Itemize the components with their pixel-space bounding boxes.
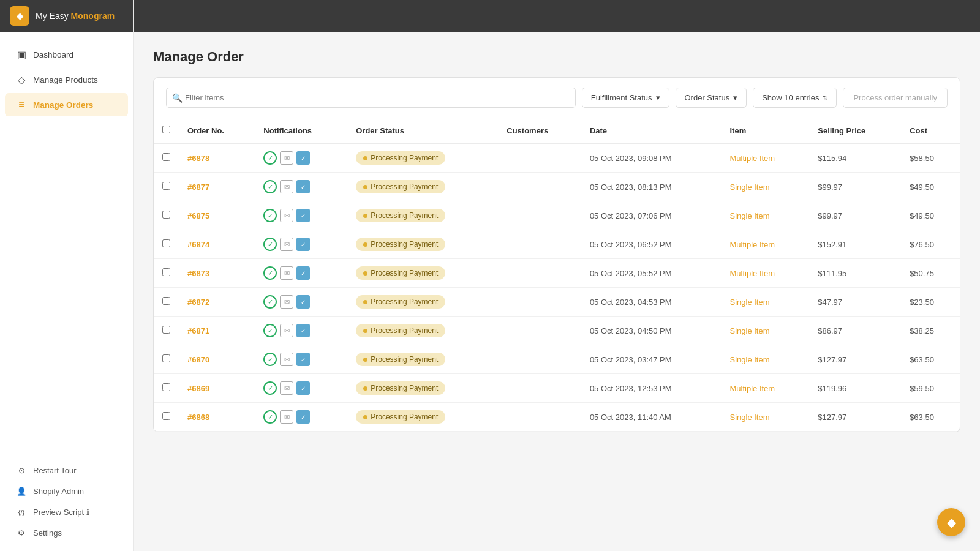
row-customers <box>498 259 581 288</box>
orders-table: Order No. Notifications Order Status Cus… <box>154 118 960 432</box>
manage-orders-icon: ≡ <box>16 99 27 110</box>
notification-tag-icon: ✓ <box>296 151 310 165</box>
order-no-link[interactable]: #6877 <box>187 182 209 192</box>
order-no-link[interactable]: #6869 <box>187 384 209 393</box>
order-no-link[interactable]: #6868 <box>187 413 209 422</box>
row-date: 05 Oct 2023, 11:40 AM <box>581 403 722 432</box>
item-link[interactable]: Single Item <box>729 182 769 192</box>
notification-mail-icon: ✉ <box>280 266 293 280</box>
status-text: Processing Payment <box>371 326 438 335</box>
row-select-checkbox[interactable] <box>162 153 170 161</box>
row-item: Single Item <box>721 345 809 374</box>
row-notifications: ✓ ✉ ✓ <box>255 201 347 230</box>
order-no-link[interactable]: #6873 <box>187 269 209 278</box>
notification-check-icon: ✓ <box>263 238 277 251</box>
row-select-checkbox[interactable] <box>162 326 170 334</box>
item-link[interactable]: Multiple Item <box>729 154 775 163</box>
row-cost: $38.25 <box>901 317 960 345</box>
item-link[interactable]: Single Item <box>729 355 769 364</box>
preview-script-icon: {/} <box>16 509 27 516</box>
sidebar-item-manage-orders-label: Manage Orders <box>33 100 93 110</box>
row-customers <box>498 173 581 201</box>
row-select-checkbox[interactable] <box>162 268 170 276</box>
notification-tag-icon: ✓ <box>296 266 310 280</box>
row-checkbox <box>154 201 179 230</box>
item-link[interactable]: Single Item <box>729 298 769 307</box>
sidebar-logo: ◆ My Easy Monogram <box>0 0 133 32</box>
row-select-checkbox[interactable] <box>162 297 170 305</box>
table-row: #6868 ✓ ✉ ✓ Processing Payment 05 Oct 20… <box>154 403 960 432</box>
search-input[interactable] <box>166 88 576 108</box>
row-date: 05 Oct 2023, 09:08 PM <box>581 143 722 173</box>
status-text: Processing Payment <box>371 384 438 392</box>
order-no-link[interactable]: #6878 <box>187 154 209 163</box>
order-no-link[interactable]: #6871 <box>187 326 209 335</box>
notification-tag-icon: ✓ <box>296 209 310 222</box>
header-selling-price: Selling Price <box>809 118 901 143</box>
row-cost: $76.50 <box>901 230 960 259</box>
process-order-button[interactable]: Process order manually <box>843 88 948 108</box>
item-link[interactable]: Single Item <box>729 413 769 422</box>
status-dot-icon <box>363 415 368 419</box>
row-notifications: ✓ ✉ ✓ <box>255 288 347 317</box>
notification-tag-icon: ✓ <box>296 410 310 424</box>
settings-label: Settings <box>33 528 62 538</box>
status-dot-icon <box>363 329 368 333</box>
status-badge: Processing Payment <box>356 151 445 165</box>
row-select-checkbox[interactable] <box>162 239 170 247</box>
row-selling-price: $47.97 <box>809 288 901 317</box>
show-entries-button[interactable]: Show 10 entries ⇅ <box>753 88 837 108</box>
status-dot-icon <box>363 214 368 218</box>
status-dot-icon <box>363 300 368 304</box>
row-order-status: Processing Payment <box>347 288 498 317</box>
orders-table-card: 🔍 Fulfillment Status ▾ Order Status ▾ Sh… <box>153 77 960 432</box>
notification-tag-icon: ✓ <box>296 180 310 193</box>
fulfillment-status-button[interactable]: Fulfillment Status ▾ <box>582 88 669 108</box>
item-link[interactable]: Multiple Item <box>729 240 775 249</box>
row-select-checkbox[interactable] <box>162 383 170 391</box>
item-link[interactable]: Single Item <box>729 326 769 335</box>
fulfillment-chevron-icon: ▾ <box>656 93 660 102</box>
item-link[interactable]: Single Item <box>729 211 769 220</box>
row-checkbox <box>154 230 179 259</box>
sidebar-bottom: ⊙ Restart Tour 👤 Shopify Admin {/} Previ… <box>0 452 133 551</box>
sidebar-settings[interactable]: ⚙ Settings <box>5 523 128 543</box>
sidebar-item-manage-products[interactable]: ◇ Manage Products <box>5 68 128 92</box>
notification-tag-icon: ✓ <box>296 381 310 395</box>
notification-mail-icon: ✉ <box>280 238 293 251</box>
order-no-link[interactable]: #6870 <box>187 355 209 364</box>
row-checkbox <box>154 288 179 317</box>
item-link[interactable]: Multiple Item <box>729 269 775 278</box>
table-toolbar: 🔍 Fulfillment Status ▾ Order Status ▾ Sh… <box>154 78 960 118</box>
row-customers <box>498 317 581 345</box>
row-order-no: #6872 <box>179 288 255 317</box>
content-area: Manage Order 🔍 Fulfillment Status ▾ Orde… <box>134 32 980 551</box>
fulfillment-status-label: Fulfillment Status <box>591 93 652 102</box>
row-notifications: ✓ ✉ ✓ <box>255 345 347 374</box>
status-badge: Processing Payment <box>356 353 445 366</box>
notification-mail-icon: ✉ <box>280 209 293 222</box>
row-notifications: ✓ ✉ ✓ <box>255 259 347 288</box>
settings-icon: ⚙ <box>16 528 27 538</box>
row-select-checkbox[interactable] <box>162 354 170 362</box>
order-status-button[interactable]: Order Status ▾ <box>676 88 747 108</box>
order-no-link[interactable]: #6872 <box>187 298 209 307</box>
sidebar-shopify-admin[interactable]: 👤 Shopify Admin <box>5 481 128 501</box>
sidebar: ◆ My Easy Monogram ▣ Dashboard ◇ Manage … <box>0 0 134 551</box>
row-select-checkbox[interactable] <box>162 182 170 190</box>
sidebar-preview-script[interactable]: {/} Preview Script ℹ <box>5 502 128 522</box>
main-content: Manage Order 🔍 Fulfillment Status ▾ Orde… <box>134 0 980 551</box>
row-selling-price: $115.94 <box>809 143 901 173</box>
table-row: #6869 ✓ ✉ ✓ Processing Payment 05 Oct 20… <box>154 374 960 403</box>
row-select-checkbox[interactable] <box>162 211 170 219</box>
row-item: Single Item <box>721 317 809 345</box>
order-no-link[interactable]: #6874 <box>187 240 209 249</box>
sidebar-item-dashboard[interactable]: ▣ Dashboard <box>5 43 128 67</box>
sidebar-restart-tour[interactable]: ⊙ Restart Tour <box>5 460 128 481</box>
order-no-link[interactable]: #6875 <box>187 211 209 220</box>
select-all-checkbox[interactable] <box>162 126 170 133</box>
sidebar-item-manage-orders[interactable]: ≡ Manage Orders <box>5 93 128 116</box>
fab-button[interactable]: ◆ <box>937 508 965 536</box>
item-link[interactable]: Multiple Item <box>729 384 775 393</box>
row-select-checkbox[interactable] <box>162 412 170 420</box>
